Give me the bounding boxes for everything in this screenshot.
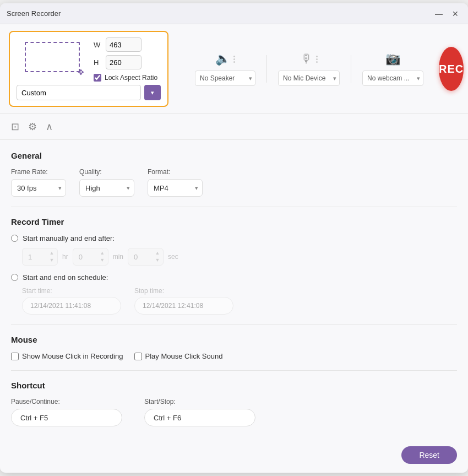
schedule-radio[interactable] [11, 274, 18, 281]
sec-up-button[interactable]: ▲ [153, 250, 162, 257]
webcam-icon: 📷 ⊘ [385, 52, 400, 66]
webcam-control: 📷 ⊘ No webcam ... [353, 47, 432, 90]
preset-dropdown-button[interactable]: ▾ [144, 85, 161, 100]
sec-input[interactable] [128, 248, 164, 266]
mic-select[interactable]: No Mic Device [278, 71, 340, 86]
speaker-icon-row: 🔈 [215, 52, 235, 66]
manual-radio[interactable] [11, 235, 18, 242]
sec-spinners: ▲ ▼ [153, 250, 162, 264]
divider-1 [11, 207, 457, 207]
min-down-button[interactable]: ▼ [98, 257, 107, 264]
width-row: W [94, 37, 157, 52]
mouse-checkbox-row: Show Mouse Click in Recording Play Mouse… [11, 352, 457, 360]
frame-rate-select-wrap: 15 fps 20 fps 24 fps 30 fps 60 fps [11, 179, 66, 197]
webcam-icon-row: 📷 ⊘ [385, 52, 400, 66]
expand-icon[interactable]: ∧ [43, 118, 55, 135]
schedule-inputs: Start time: Stop time: [22, 287, 457, 315]
sec-unit: sec [168, 253, 178, 261]
quality-label: Quality: [79, 168, 134, 176]
width-input[interactable] [106, 37, 142, 52]
hr-spinners: ▲ ▼ [47, 250, 56, 264]
quality-select[interactable]: Low Medium High [79, 179, 134, 197]
screenshot-icon[interactable]: ⊡ [9, 118, 21, 135]
webcam-select[interactable]: No webcam ... [362, 71, 423, 86]
top-toolbar: W H Lock Aspect Ratio Custom F [0, 24, 468, 114]
area-bottom-row: Custom Full Screen 1920x1080 1280x720 ▾ [17, 85, 161, 100]
reset-button[interactable]: Reset [401, 446, 457, 464]
hr-down-button[interactable]: ▼ [47, 257, 56, 264]
main-content: General Frame Rate: 15 fps 20 fps 24 fps… [0, 140, 468, 437]
show-click-checkbox[interactable] [11, 353, 19, 360]
shortcut-title: Shortcut [11, 381, 457, 390]
lock-aspect-label: Lock Aspect Ratio [105, 74, 157, 82]
window-controls: — ✕ [433, 8, 461, 20]
minimize-button[interactable]: — [433, 8, 445, 20]
sec-down-button[interactable]: ▼ [153, 257, 162, 264]
format-select[interactable]: MP4 MOV AVI MKV [148, 179, 203, 197]
speaker-dots [233, 56, 235, 63]
window-title: Screen Recorder [7, 9, 433, 18]
hr-input[interactable] [22, 248, 58, 266]
toolbar-divider-3 [351, 55, 351, 83]
start-time-field: Start time: [22, 287, 121, 315]
preset-select[interactable]: Custom Full Screen 1920x1080 1280x720 [17, 85, 141, 100]
frame-rate-field: Frame Rate: 15 fps 20 fps 24 fps 30 fps … [11, 168, 66, 197]
area-selector-panel: W H Lock Aspect Ratio Custom F [9, 31, 168, 107]
speaker-icon: 🔈 [215, 52, 230, 66]
start-time-input[interactable] [22, 297, 121, 315]
lock-aspect-checkbox[interactable] [94, 74, 101, 82]
timer-inputs: ▲ ▼ hr ▲ ▼ min ▲ ▼ sec [22, 248, 457, 266]
titlebar: Screen Recorder — ✕ [0, 3, 468, 24]
settings-icon[interactable]: ⚙ [26, 118, 39, 135]
toolbar2: ⊡ ⚙ ∧ [0, 114, 468, 140]
pause-label: Pause/Continue: [11, 398, 122, 405]
frame-rate-select[interactable]: 15 fps 20 fps 24 fps 30 fps 60 fps [11, 179, 66, 197]
min-spinners: ▲ ▼ [98, 250, 107, 264]
play-sound-checkbox[interactable] [134, 353, 142, 360]
mic-select-wrap: No Mic Device [278, 71, 340, 86]
start-time-label: Start time: [22, 287, 121, 295]
speaker-select[interactable]: No Speaker [195, 71, 255, 86]
rec-button[interactable]: REC [439, 47, 464, 91]
stop-time-input[interactable] [134, 297, 233, 315]
main-window: Screen Recorder — ✕ W H [0, 3, 468, 473]
width-label: W [94, 41, 102, 49]
webcam-select-wrap: No webcam ... [362, 71, 423, 86]
mic-dots [316, 56, 318, 63]
stop-time-field: Stop time: [134, 287, 233, 315]
height-input[interactable] [106, 55, 142, 69]
hr-input-wrap: ▲ ▼ [22, 248, 58, 266]
start-stop-input[interactable] [144, 409, 255, 426]
toolbar-divider-2 [266, 55, 267, 83]
start-stop-field: Start/Stop: [144, 398, 255, 426]
min-unit: min [113, 253, 123, 261]
speaker-control: 🔈 No Speaker [186, 47, 264, 90]
min-up-button[interactable]: ▲ [98, 250, 107, 257]
play-sound-label: Play Mouse Click Sound [145, 352, 223, 360]
sec-input-wrap: ▲ ▼ [128, 248, 164, 266]
av-controls: 🔈 No Speaker 🎙 [186, 47, 432, 90]
mic-control: 🎙 No Mic Device [269, 47, 349, 90]
mic-icon-row: 🎙 [301, 52, 318, 66]
speaker-select-wrap: No Speaker [195, 71, 255, 86]
quality-select-wrap: Low Medium High [79, 179, 134, 197]
pause-input[interactable] [11, 409, 122, 426]
mouse-title: Mouse [11, 335, 457, 344]
hr-up-button[interactable]: ▲ [47, 250, 56, 257]
area-dimensions: W H Lock Aspect Ratio [94, 37, 157, 82]
manual-label: Start manually and end after: [23, 234, 115, 242]
general-row: Frame Rate: 15 fps 20 fps 24 fps 30 fps … [11, 168, 457, 197]
frame-rate-label: Frame Rate: [11, 168, 66, 176]
area-dashed-rect [25, 42, 80, 72]
manual-radio-row: Start manually and end after: [11, 234, 457, 242]
start-stop-label: Start/Stop: [144, 398, 255, 405]
mic-icon: 🎙 [301, 52, 313, 66]
close-button[interactable]: ✕ [449, 8, 461, 20]
height-label: H [94, 58, 102, 67]
format-label: Format: [148, 168, 203, 176]
min-input[interactable] [73, 248, 108, 266]
show-click-item[interactable]: Show Mouse Click in Recording [11, 352, 123, 360]
lock-aspect-row: Lock Aspect Ratio [94, 74, 157, 82]
bottom-bar: Reset [0, 437, 468, 473]
play-sound-item[interactable]: Play Mouse Click Sound [134, 352, 223, 360]
